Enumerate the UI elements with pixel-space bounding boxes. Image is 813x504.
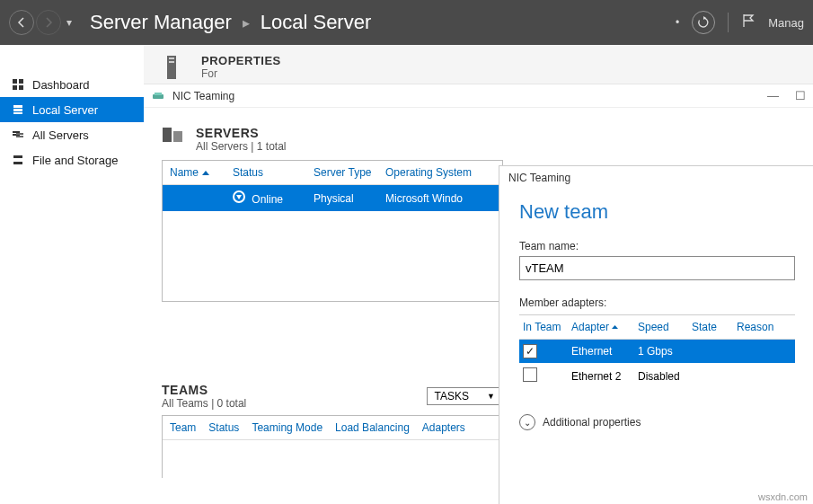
separator	[728, 13, 729, 32]
teams-title: TEAMS	[162, 383, 246, 397]
col-type[interactable]: Server Type	[314, 166, 385, 179]
nic-teaming-titlebar: NIC Teaming — ☐	[144, 84, 813, 108]
nic-teaming-window: NIC Teaming — ☐ SERVERS All Servers | 1 …	[144, 84, 813, 504]
col-status[interactable]: Status	[233, 166, 314, 179]
flag-icon[interactable]	[741, 13, 756, 31]
window-controls: — ☐	[767, 89, 806, 102]
sidebar-item-dashboard[interactable]: Dashboard	[0, 72, 144, 97]
team-name-input[interactable]	[519, 256, 795, 280]
teams-sub: All Teams | 0 total	[162, 397, 246, 410]
svg-rect-2	[13, 85, 17, 90]
col-adapters[interactable]: Adapters	[422, 421, 465, 434]
sidebar-item-label: All Servers	[32, 128, 89, 142]
tasks-dropdown[interactable]: TASKS	[427, 387, 503, 405]
sidebar-item-local-server[interactable]: Local Server	[0, 97, 144, 122]
chevron-down-icon: ⌄	[519, 414, 535, 430]
col-name[interactable]: Name	[170, 166, 233, 179]
nic-teaming-title: NIC Teaming	[172, 90, 234, 102]
svg-rect-17	[155, 93, 162, 95]
adapter-row[interactable]: Ethernet 2 Disabled	[519, 363, 795, 389]
history-dropdown-icon[interactable]: ▾	[66, 16, 72, 29]
online-status-icon	[233, 190, 245, 203]
server-type: Physical	[314, 192, 385, 205]
servers-sub: All Servers | 1 total	[196, 140, 287, 153]
properties-text: PROPERTIES For	[201, 54, 281, 80]
servers-title: SERVERS	[196, 126, 287, 140]
bullet-icon: •	[676, 16, 679, 29]
new-team-body: New team Team name: Member adapters: In …	[499, 190, 813, 441]
svg-rect-14	[169, 57, 174, 59]
svg-rect-7	[13, 131, 20, 133]
servers-header: SERVERS All Servers | 1 total	[162, 126, 795, 153]
maximize-button[interactable]: ☐	[795, 89, 806, 102]
sidebar: Dashboard Local Server All Servers File …	[0, 45, 144, 504]
server-row[interactable]: Online Physical Microsoft Windo	[163, 185, 502, 211]
servers-icon	[11, 128, 25, 142]
servers-section-icon	[162, 126, 187, 146]
svg-rect-4	[13, 105, 22, 108]
svg-rect-6	[13, 112, 22, 114]
content: PROPERTIES For NIC Teaming — ☐	[144, 45, 813, 504]
svg-rect-18	[163, 128, 172, 142]
teams-section: TEAMS All Teams | 0 total TASKS Team Sta…	[162, 383, 503, 478]
col-state[interactable]: State	[692, 321, 728, 333]
team-name-label: Team name:	[519, 240, 795, 252]
adapter-checkbox[interactable]	[523, 367, 537, 382]
breadcrumb-current: Local Server	[261, 11, 372, 34]
adapter-name: Ethernet 2	[571, 370, 629, 383]
adapter-grid-header: In Team Adapter Speed State Reason	[519, 315, 795, 340]
col-os[interactable]: Operating System	[385, 166, 495, 179]
svg-rect-10	[16, 136, 23, 137]
svg-rect-0	[13, 79, 17, 84]
teams-grid-header: Team Status Teaming Mode Load Balancing …	[163, 416, 502, 440]
storage-icon	[11, 153, 25, 167]
server-status: Online	[233, 190, 314, 206]
teams-grid: Team Status Teaming Mode Load Balancing …	[162, 415, 503, 478]
svg-rect-1	[19, 79, 23, 84]
servers-grid-header: Name Status Server Type Operating System	[163, 161, 502, 185]
col-team[interactable]: Team	[170, 421, 196, 434]
sidebar-item-label: File and Storage	[32, 154, 118, 167]
svg-rect-5	[13, 109, 22, 111]
server-os: Microsoft Windo	[385, 192, 495, 205]
properties-title: PROPERTIES	[201, 54, 281, 67]
adapter-grid: In Team Adapter Speed State Reason ✓ Eth…	[519, 314, 795, 389]
col-reason[interactable]: Reason	[737, 321, 791, 333]
svg-rect-9	[16, 133, 23, 135]
col-inteam[interactable]: In Team	[523, 321, 562, 333]
new-team-titlebar: NIC Teaming	[499, 166, 813, 190]
adapter-checkbox[interactable]: ✓	[523, 344, 537, 358]
titlebar: ▾ Server Manager ▸ Local Server • Manag	[0, 0, 813, 45]
nav-arrows: ▾	[9, 10, 72, 35]
breadcrumb-root[interactable]: Server Manager	[90, 11, 232, 34]
refresh-button[interactable]	[692, 11, 715, 34]
properties-band: PROPERTIES For	[144, 45, 813, 84]
sidebar-item-label: Dashboard	[32, 78, 90, 92]
chevron-right-icon: ▸	[243, 14, 250, 31]
sidebar-item-file-storage[interactable]: File and Storage	[0, 147, 144, 172]
sidebar-item-all-servers[interactable]: All Servers	[0, 122, 144, 147]
back-button[interactable]	[9, 10, 34, 35]
svg-rect-12	[13, 162, 22, 164]
manage-menu[interactable]: Manag	[768, 16, 804, 30]
main: Dashboard Local Server All Servers File …	[0, 45, 813, 504]
new-team-dialog: NIC Teaming New team Team name: Member a…	[499, 165, 813, 504]
titlebar-right: • Manag	[676, 11, 804, 34]
adapter-speed: 1 Gbps	[638, 345, 683, 358]
col-mode[interactable]: Teaming Mode	[252, 421, 323, 434]
col-lb[interactable]: Load Balancing	[335, 421, 410, 434]
svg-rect-15	[169, 61, 174, 63]
col-speed[interactable]: Speed	[638, 321, 683, 333]
col-status[interactable]: Status	[208, 421, 239, 434]
adapter-row[interactable]: ✓ Ethernet 1 Gbps	[519, 340, 795, 363]
svg-rect-19	[173, 131, 182, 142]
minimize-button[interactable]: —	[767, 89, 779, 102]
sidebar-item-label: Local Server	[32, 103, 98, 117]
additional-properties-toggle[interactable]: ⌄ Additional properties	[519, 414, 795, 430]
col-adapter[interactable]: Adapter	[571, 321, 629, 333]
forward-button[interactable]	[36, 10, 61, 35]
nic-teaming-icon	[151, 89, 165, 103]
svg-rect-3	[19, 85, 23, 90]
server-tower-icon	[162, 54, 189, 81]
adapter-name: Ethernet	[571, 345, 629, 358]
